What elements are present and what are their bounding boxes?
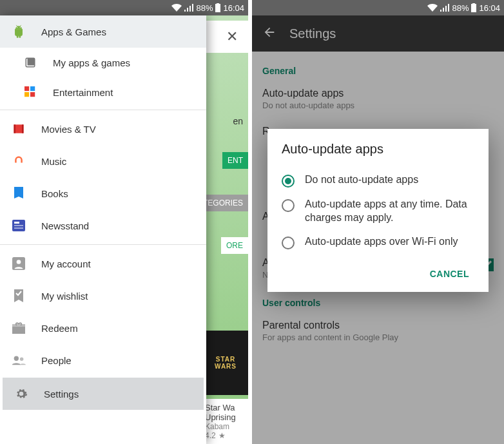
radio-option-2[interactable]: Auto-update apps over Wi-Fi only — [282, 230, 474, 255]
drawer-label: Movies & TV — [41, 124, 96, 135]
bg-app-rating: 4.2 — [205, 431, 216, 440]
battery-percent: 88% — [196, 3, 213, 13]
svg-rect-5 — [30, 86, 35, 91]
radio-unchecked-icon[interactable] — [282, 199, 295, 212]
svg-rect-3 — [28, 58, 35, 65]
svg-point-0 — [17, 27, 17, 28]
bg-app-info: Star Wa Uprising Kabam 4.2 ★ — [200, 399, 248, 444]
drawer-item-music[interactable]: Music — [0, 145, 206, 177]
svg-rect-13 — [14, 225, 23, 226]
drawer-label: Newsstand — [41, 220, 89, 231]
radio-unchecked-icon[interactable] — [282, 236, 295, 249]
radio-label: Auto-update apps over Wi-Fi only — [305, 235, 458, 249]
battery-icon — [471, 3, 476, 12]
clock: 16:04 — [479, 3, 500, 13]
drawer-label: Music — [41, 156, 66, 167]
star-icon: ★ — [218, 431, 226, 440]
drawer-item-people[interactable]: People — [0, 344, 206, 376]
radio-checked-icon[interactable] — [282, 175, 295, 188]
drawer-item-settings[interactable]: Settings — [3, 378, 204, 410]
close-icon[interactable]: ✕ — [226, 28, 238, 45]
drawer-label: My account — [41, 258, 91, 269]
radio-option-1[interactable]: Auto-update apps at any time. Data charg… — [282, 193, 474, 230]
people-icon — [12, 353, 26, 367]
android-icon — [12, 24, 26, 39]
drawer-label: Entertainment — [53, 87, 113, 98]
drawer-item-movies[interactable]: Movies & TV — [0, 113, 206, 145]
bg-chip-ore: ORE — [221, 237, 248, 254]
wishlist-icon — [12, 289, 26, 303]
drawer-item-entertainment[interactable]: Entertainment — [0, 77, 206, 107]
newsstand-icon — [12, 218, 26, 233]
drawer-label: Books — [41, 188, 68, 199]
settings-dialog-screen: 88% 16:04 Settings General Auto-update a… — [252, 0, 504, 444]
svg-rect-14 — [14, 227, 23, 229]
svg-point-16 — [17, 260, 21, 264]
svg-rect-10 — [22, 124, 24, 133]
auto-update-dialog: Auto-update apps Do not auto-update apps… — [267, 129, 489, 292]
music-icon — [12, 154, 26, 168]
gear-icon — [14, 387, 28, 401]
entertainment-icon — [23, 85, 37, 99]
bg-text-fragment: en — [233, 116, 248, 126]
radio-label: Do not auto-update apps — [305, 173, 418, 187]
svg-rect-4 — [24, 86, 29, 91]
svg-rect-7 — [30, 92, 35, 97]
svg-point-1 — [20, 27, 21, 28]
wifi-icon — [171, 4, 182, 12]
battery-icon — [215, 3, 220, 12]
status-bar: 88% 16:04 — [252, 0, 504, 15]
my-apps-icon — [23, 55, 37, 70]
movies-icon — [12, 122, 26, 136]
drawer-label: Settings — [44, 389, 79, 400]
bg-chip-ent: ENT — [222, 152, 248, 169]
radio-label: Auto-update apps at any time. Data charg… — [305, 198, 474, 225]
bg-app-card: STAR WARS — [203, 331, 248, 395]
svg-point-20 — [20, 357, 24, 361]
drawer-label: My apps & games — [53, 57, 130, 68]
svg-rect-6 — [24, 92, 29, 97]
play-store-drawer-screen: 88% 16:04 ✕ en ENT TEGORIES ORE STAR WAR… — [0, 0, 252, 444]
bg-app-publisher: Kabam — [205, 422, 229, 431]
drawer-item-books[interactable]: Books — [0, 177, 206, 209]
status-bar: 88% 16:04 — [0, 0, 248, 15]
wifi-icon — [427, 4, 438, 12]
svg-rect-12 — [14, 222, 19, 224]
bg-app-title-2: Uprising — [205, 412, 243, 422]
navigation-drawer[interactable]: Apps & Games My apps & games Entertainme… — [0, 15, 206, 444]
redeem-icon — [12, 321, 26, 335]
drawer-item-account[interactable]: My account — [0, 247, 206, 280]
drawer-label: My wishlist — [41, 291, 88, 302]
radio-option-0[interactable]: Do not auto-update apps — [282, 168, 474, 193]
drawer-label: People — [41, 355, 72, 366]
drawer-header-apps-games[interactable]: Apps & Games — [0, 15, 206, 48]
svg-point-19 — [14, 356, 19, 361]
drawer-item-redeem[interactable]: Redeem — [0, 312, 206, 344]
cancel-button[interactable]: CANCEL — [425, 264, 474, 284]
signal-icon — [440, 4, 449, 12]
signal-icon — [184, 4, 193, 12]
drawer-item-wishlist[interactable]: My wishlist — [0, 280, 206, 312]
books-icon — [12, 186, 26, 200]
drawer-label: Apps & Games — [41, 26, 106, 37]
account-icon — [12, 256, 26, 271]
bg-app-title-1: Star Wa — [205, 403, 243, 412]
clock: 16:04 — [223, 3, 244, 13]
dialog-title: Auto-update apps — [282, 142, 474, 157]
drawer-item-my-apps[interactable]: My apps & games — [0, 48, 206, 77]
svg-rect-18 — [12, 324, 25, 327]
drawer-label: Redeem — [41, 323, 78, 334]
drawer-item-newsstand[interactable]: Newsstand — [0, 209, 206, 242]
battery-percent: 88% — [452, 3, 469, 13]
svg-rect-9 — [14, 124, 16, 133]
